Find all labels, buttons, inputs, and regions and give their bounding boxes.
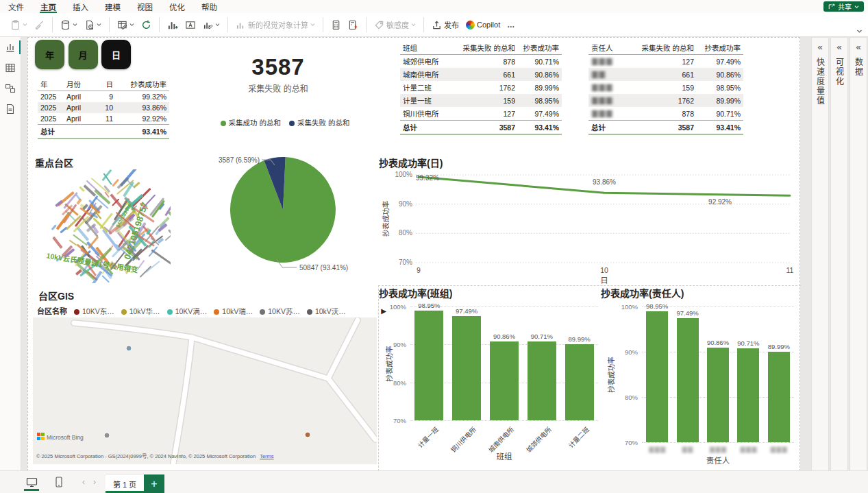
format-painter-button[interactable]	[31, 16, 48, 34]
bar-〓〓〓[interactable]	[646, 311, 668, 442]
bar-〓〓[interactable]	[677, 318, 699, 442]
report-page-canvas[interactable]: 年月日 年月份日抄表成功率2025April999.32%2025April10…	[27, 37, 800, 471]
gis-map[interactable]: Microsoft Bing	[33, 317, 377, 464]
slicer-button-日[interactable]: 日	[101, 40, 131, 69]
toolbar-more-button[interactable]: …	[504, 16, 519, 34]
model-view-button[interactable]	[0, 78, 21, 99]
menu-视图[interactable]: 视图	[129, 0, 161, 13]
text-box-button[interactable]	[182, 16, 199, 34]
total-cell: 93.41%	[116, 125, 169, 139]
menu-主页[interactable]: 主页	[32, 0, 64, 13]
total-row: 总计358793.41%	[400, 121, 562, 135]
more-visuals-button[interactable]	[199, 16, 223, 34]
prev-page-arrow[interactable]: ‹	[78, 477, 89, 487]
publish-button[interactable]: 发布	[428, 16, 462, 34]
cell: 铜川供电所	[400, 107, 454, 121]
table-row[interactable]: 〓〓〓15998.95%	[588, 81, 743, 94]
dax-query-view-button[interactable]	[0, 99, 21, 119]
bar-铜川供电所[interactable]	[452, 316, 481, 420]
menu-优化[interactable]: 优化	[161, 0, 193, 13]
map-terms-link[interactable]: Terms	[260, 453, 273, 459]
total-cell: 总计	[588, 121, 632, 135]
map-point[interactable]	[104, 433, 110, 438]
collection-pie-chart[interactable]: 3587 (6.59%)50847 (93.41%)	[199, 131, 371, 278]
pane-数据[interactable]: «数据	[850, 37, 867, 471]
cell: April	[64, 102, 95, 113]
share-button[interactable]: 共享	[823, 1, 864, 12]
table-row[interactable]: 〓〓〓12797.49%	[588, 55, 743, 69]
gis-legend-item[interactable]: 10KV苏…	[260, 306, 300, 316]
slicer-button-年[interactable]: 年	[35, 40, 64, 69]
new-visual-calculation-button[interactable]: 新的视觉对象计算	[232, 16, 319, 34]
kpi-card[interactable]: 3587 采集失败 的总和	[199, 54, 357, 94]
bar-〓〓〓[interactable]	[737, 348, 759, 442]
bar-计量二班[interactable]	[565, 344, 594, 420]
bar-data-label: 97.49%	[667, 309, 708, 317]
copilot-button[interactable]: Copilot	[462, 16, 504, 34]
sensitivity-button[interactable]: 敏感度	[371, 16, 419, 34]
bar-〓〓〓[interactable]	[707, 348, 729, 442]
table-row[interactable]: 2025April1093.86%	[38, 102, 169, 113]
owner-summary-table[interactable]: 责任人采集失败 的总和抄表成功率〓〓〓12797.49%〓〓66190.86%〓…	[588, 41, 743, 135]
table-row[interactable]: 2025April999.32%	[38, 91, 169, 103]
cell: 11	[95, 113, 116, 125]
bar-计量一班[interactable]	[414, 311, 443, 420]
report-view-button[interactable]	[0, 37, 21, 58]
new-visual-button[interactable]	[164, 16, 182, 34]
table-row[interactable]: 铜川供电所12797.49%	[400, 107, 562, 121]
cell: 计量一班	[400, 94, 454, 107]
legend-item[interactable]: 采集失败 的总和	[289, 117, 349, 128]
menu-文件[interactable]: 文件	[0, 0, 32, 13]
table-row[interactable]: 〓〓〓87890.71%	[588, 107, 743, 121]
gis-legend-item[interactable]: 10kV瑞…	[214, 306, 253, 316]
bar-chart-owner[interactable]: 抄表成功率(责任人) 100%90%80%70%98.95%〓〓〓97.49%〓…	[601, 286, 801, 471]
menu-帮助[interactable]: 帮助	[193, 0, 225, 13]
gis-legend-item[interactable]: 10kV华…	[121, 306, 160, 316]
menu-插入[interactable]: 插入	[64, 0, 97, 13]
expand-pane-icon: «	[856, 42, 860, 52]
table-row[interactable]: 〓〓66190.86%	[588, 68, 743, 81]
table-row[interactable]: 2025April1192.92%	[38, 113, 169, 125]
table-row[interactable]: 城南供电所66190.86%	[400, 68, 562, 81]
refresh-button[interactable]	[138, 16, 155, 34]
map-point[interactable]	[305, 432, 310, 437]
mobile-view-button[interactable]	[49, 472, 69, 492]
bar-data-label: 90.71%	[521, 333, 562, 340]
desktop-view-button[interactable]	[22, 472, 41, 492]
page-tab-1[interactable]: 第 1 页	[106, 474, 144, 493]
gis-legend-item[interactable]: 10KV东…	[74, 306, 114, 316]
add-page-button[interactable]: +	[144, 474, 164, 493]
next-page-arrow[interactable]: ›	[89, 477, 100, 487]
slicer-button-月[interactable]: 月	[69, 40, 98, 69]
legend-item[interactable]: 采集成功 的总和	[221, 117, 281, 128]
transform-data-button[interactable]	[114, 16, 138, 34]
bar-〓〓〓[interactable]	[768, 352, 790, 442]
bar-chart-team-title: 抄表成功率(班组)	[379, 286, 602, 300]
recent-sources-button[interactable]	[81, 16, 105, 34]
team-summary-table[interactable]: 班组采集失败 的总和抄表成功率城郊供电所87890.71%城南供电所66190.…	[400, 41, 562, 135]
pane-可视化[interactable]: «可视化	[830, 37, 848, 471]
ribbon-collapse-chevron[interactable]	[856, 26, 863, 36]
gis-legend-item[interactable]: 10kV沃…	[307, 306, 346, 316]
table-row[interactable]: 计量二班176289.99%	[400, 81, 562, 94]
new-measure-button[interactable]	[327, 16, 345, 34]
table-view-button[interactable]	[0, 58, 21, 78]
get-data-button[interactable]	[57, 16, 81, 34]
paste-button[interactable]	[7, 16, 31, 34]
pane-快速度量值[interactable]: «快速度量值	[811, 37, 829, 471]
gis-legend-item[interactable]: 10KV满…	[167, 306, 208, 316]
date-summary-table[interactable]: 年月份日抄表成功率2025April999.32%2025April1093.8…	[38, 77, 169, 139]
menu-建模[interactable]: 建模	[97, 0, 129, 13]
line-chart-daily[interactable]: 抄表成功率(日) 100%90%80%70%99.32%93.86%92.92%…	[379, 156, 801, 286]
map-point[interactable]	[126, 346, 132, 351]
bar-城郊供电所[interactable]	[528, 341, 556, 420]
table-row[interactable]: 计量一班15998.95%	[400, 94, 562, 107]
cell: 〓〓〓	[588, 107, 632, 121]
quick-measure-button[interactable]	[345, 16, 362, 34]
bar-chart-team[interactable]: 抄表成功率(班组) 100%90%80%70%98.95%计量一班97.49%铜…	[379, 286, 602, 471]
bar-城南供电所[interactable]	[490, 341, 519, 420]
table-row[interactable]: 城郊供电所87890.71%	[400, 55, 562, 69]
cell: 90.86%	[518, 68, 562, 81]
table-row[interactable]: 〓〓〓176289.99%	[588, 94, 743, 107]
owner-table: 责任人采集失败 的总和抄表成功率〓〓〓12797.49%〓〓66190.86%〓…	[588, 41, 743, 135]
